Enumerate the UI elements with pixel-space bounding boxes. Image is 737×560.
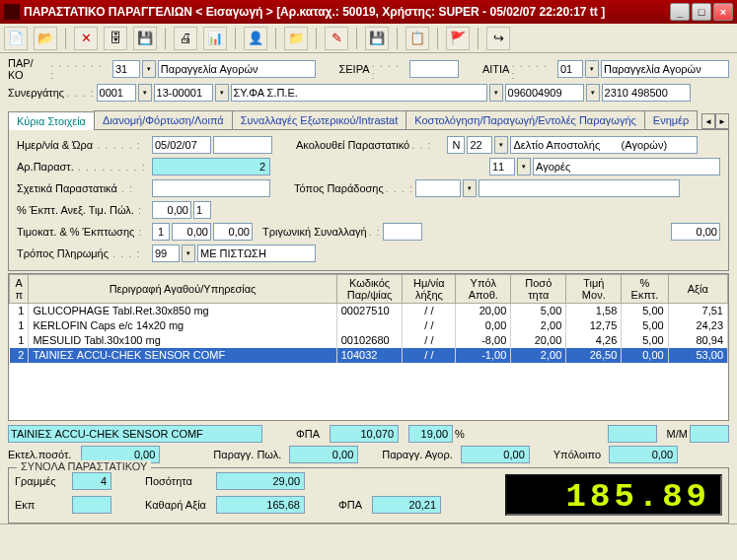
syn-lookup1[interactable]: ▾ <box>138 84 152 102</box>
syn-desc[interactable] <box>231 84 487 102</box>
chart-icon[interactable]: 📊 <box>203 27 227 50</box>
syn-code1[interactable] <box>97 84 136 102</box>
syn-lookup4[interactable]: ▾ <box>586 84 600 102</box>
timokat-v3[interactable] <box>213 223 253 241</box>
time-input[interactable] <box>213 136 272 154</box>
code11-lookup[interactable]: ▾ <box>517 158 531 175</box>
ekpt-label: % Έκπτ. Ανεξ. Τιμ. Πώλ. <box>17 204 134 216</box>
code11-input[interactable] <box>489 158 515 175</box>
mm-field2[interactable] <box>690 425 729 443</box>
parko-code[interactable] <box>112 60 140 78</box>
timokat-v1[interactable] <box>152 223 170 241</box>
maximize-button[interactable]: □ <box>692 3 711 21</box>
aitia-lookup[interactable]: ▾ <box>585 60 599 78</box>
pay-code[interactable] <box>152 245 180 262</box>
close-button[interactable]: × <box>713 3 733 21</box>
fpa-value[interactable] <box>330 425 399 443</box>
items-grid[interactable]: Α π Περιγραφή Αγαθού/Υπηρεσίας Κωδικός Π… <box>8 273 729 421</box>
app-icon <box>4 4 20 20</box>
topos-input[interactable] <box>415 179 461 197</box>
db-icon[interactable]: 🗄 <box>104 27 127 50</box>
table-row[interactable]: 2ΤΑΙΝΙΕΣ ACCU-CHEK SENSOR COMF104032/ /-… <box>10 348 728 363</box>
trig-val[interactable] <box>671 223 720 241</box>
delete-icon[interactable]: ✕ <box>74 27 98 50</box>
date-input[interactable] <box>152 136 211 154</box>
tab-bar: Κύρια Στοιχεία Διανομή/Φόρτωση/Λοιπά Συν… <box>8 110 729 130</box>
tab-scroll-right[interactable]: ► <box>715 113 729 129</box>
floppy-icon[interactable]: 💾 <box>365 27 389 50</box>
col-desc[interactable]: Περιγραφή Αγαθού/Υπηρεσίας <box>29 275 336 304</box>
parko-desc[interactable] <box>158 60 316 78</box>
print-icon[interactable]: 🖨 <box>174 27 197 50</box>
lines-value[interactable] <box>72 472 111 490</box>
col-code[interactable]: Κωδικός Παρ/ψίας <box>336 275 403 304</box>
col-val[interactable]: Αξία <box>668 275 727 304</box>
new-icon[interactable]: 📄 <box>4 27 28 50</box>
follow-n[interactable] <box>447 136 465 154</box>
col-disc[interactable]: % Εκπτ. <box>622 275 668 304</box>
ekpt-v1[interactable] <box>152 201 191 219</box>
save-icon[interactable]: 💾 <box>133 27 157 50</box>
tab-update[interactable]: Ενημέρ <box>644 110 698 129</box>
edit-icon[interactable]: ✎ <box>325 27 348 50</box>
topos-lookup[interactable]: ▾ <box>463 179 477 197</box>
copy-icon[interactable]: 📋 <box>405 27 429 50</box>
mm-field1[interactable] <box>608 425 657 443</box>
net-value[interactable] <box>216 496 305 514</box>
table-row[interactable]: 1MESULID Tabl.30x100 mg00102680/ /-8,002… <box>10 333 728 348</box>
code11-desc[interactable] <box>533 158 720 175</box>
seira-input[interactable] <box>409 60 459 78</box>
table-row[interactable]: 1GLUCOPHAGE Tabl.Ret.30x850 mg00027510/ … <box>10 304 728 318</box>
follow-code[interactable] <box>467 136 492 154</box>
timokat-v2[interactable] <box>172 223 211 241</box>
sxet-input[interactable] <box>152 179 270 197</box>
milestone-icon[interactable]: 🚩 <box>446 27 470 50</box>
status-bar <box>0 524 737 541</box>
parago-value[interactable] <box>461 446 530 463</box>
aitia-code[interactable] <box>557 60 583 78</box>
tab-main[interactable]: Κύρια Στοιχεία <box>8 111 95 130</box>
syn-code2[interactable] <box>154 84 213 102</box>
pay-desc[interactable] <box>197 245 316 262</box>
col-date[interactable]: Ημ/νία λήξης <box>403 275 456 304</box>
user-icon[interactable]: 👤 <box>244 27 267 50</box>
fpa-pct[interactable] <box>408 425 453 443</box>
open-icon[interactable]: 📂 <box>34 27 57 50</box>
exit-icon[interactable]: ↪ <box>486 27 510 50</box>
table-row[interactable]: 1KERLOFIN Caps e/c 14x20 mg/ /0,002,0012… <box>10 318 728 333</box>
tab-scroll-left[interactable]: ◄ <box>701 113 715 129</box>
trig-input1[interactable] <box>383 223 422 241</box>
col-qty[interactable]: Ποσό τητα <box>511 275 566 304</box>
follow-desc[interactable] <box>510 136 698 154</box>
date-label: Ημερ/νία & Ώρα <box>17 139 93 151</box>
ekpt-v2[interactable] <box>193 201 211 219</box>
follow-lookup[interactable]: ▾ <box>494 136 508 154</box>
qty-value[interactable] <box>216 472 305 490</box>
timokat-label: Τιμοκατ. & % Έκπτωσης <box>17 226 134 238</box>
parpol-label: Παραγγ. Πωλ. <box>213 449 281 460</box>
col-ap[interactable]: Α π <box>10 275 29 304</box>
col-stock[interactable]: Υπόλ Αποθ. <box>456 275 511 304</box>
selected-desc[interactable] <box>8 425 262 443</box>
folder-icon[interactable]: 📁 <box>284 27 308 50</box>
total-fpa-value[interactable] <box>372 496 441 514</box>
tab-dist[interactable]: Διανομή/Φόρτωση/Λοιπά <box>94 110 233 129</box>
parko-lookup[interactable]: ▾ <box>142 60 156 78</box>
aitia-desc[interactable] <box>601 60 729 78</box>
ypol-value[interactable] <box>609 446 678 463</box>
parko-label: ΠΑΡ/ΚΟ <box>8 57 48 81</box>
topos-desc[interactable] <box>479 179 680 197</box>
arpar-input[interactable] <box>152 158 270 175</box>
pay-lookup[interactable]: ▾ <box>182 245 195 262</box>
syn-phone1[interactable] <box>505 84 584 102</box>
parpol-value[interactable] <box>289 446 358 463</box>
col-price[interactable]: Τιμή Μον. <box>566 275 622 304</box>
qty-label: Ποσότητα <box>145 475 214 487</box>
syn-phone2[interactable] <box>602 84 691 102</box>
minimize-button[interactable]: _ <box>670 3 690 21</box>
syn-lookup3[interactable]: ▾ <box>489 84 503 102</box>
syn-lookup2[interactable]: ▾ <box>215 84 229 102</box>
tab-cost[interactable]: Κοστολόγηση/Παραγωγή/Εντολές Παραγωγής <box>405 110 645 129</box>
ekp-value[interactable] <box>72 496 111 514</box>
tab-intrastat[interactable]: Συναλλαγές Εξωτερικού/Intrastat <box>232 110 407 129</box>
